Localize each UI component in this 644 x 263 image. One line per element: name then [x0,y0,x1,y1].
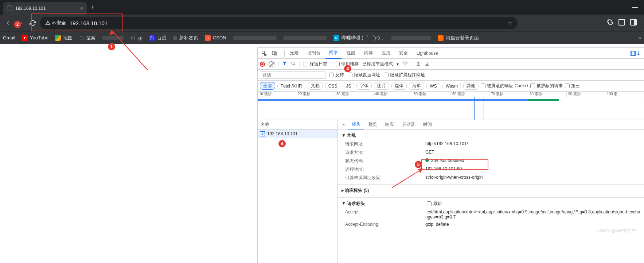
devtools-tab-network[interactable]: 网络 [325,48,341,59]
section-general[interactable]: ▼ 常规 [338,131,644,140]
detail-tab-headers[interactable]: 标头 [348,120,364,129]
type-manifest[interactable]: 清单 [409,82,424,90]
filter-input[interactable] [260,71,325,79]
window-controls: — [632,4,644,11]
bookmark-baidu[interactable]: 百百度 [149,35,167,41]
annotation-badge-1: 1 [108,43,115,50]
filter-toggle-icon[interactable] [282,61,287,67]
bookmark-zp-folder[interactable]: 🗀zp [130,35,143,40]
throttling-arrow-icon[interactable]: ▾ [397,62,399,67]
bookmark-youtube[interactable]: ▶YouTube [22,35,48,41]
third-party-checkbox[interactable]: 第三 [565,83,580,89]
type-ws[interactable]: WS [426,83,440,89]
globe-icon: ◎ [173,35,177,40]
search-icon[interactable] [291,61,296,67]
security-label: 不安全 [52,20,66,26]
type-other[interactable]: 其他 [463,82,479,90]
section-request-headers[interactable]: ▼ 请求标头 原始 [338,197,644,208]
request-name: 192.168.10.101 [267,131,297,136]
profile-icon[interactable] [618,19,625,26]
bookmark-csdn[interactable]: CCSDN [205,35,226,41]
request-row[interactable]: ≡ 192.168.10.101 [258,129,337,138]
download-har-icon[interactable] [425,61,430,67]
type-img[interactable]: 图片 [374,82,389,90]
upload-har-icon[interactable] [416,61,421,67]
wifi-icon[interactable] [402,61,408,67]
bookmark-hidden-4[interactable] [391,36,431,40]
browser-tab[interactable]: 192.168.10.101 × [3,2,87,15]
raw-checkbox[interactable]: 原始 [427,201,442,207]
devtools-tab-application[interactable]: 应用 [378,48,394,59]
devtools-issues-badge[interactable]: ▇1 [631,51,642,56]
back-button[interactable] [3,18,13,28]
bookmark-search-folder[interactable]: 🗀搜索 [79,35,95,41]
inspect-element-icon[interactable] [260,49,269,58]
detail-tab-preview[interactable]: 预览 [365,120,381,129]
browser-tab-strip: 192.168.10.101 × + — [0,0,644,15]
bookmark-maps[interactable]: 地图 [55,35,73,41]
request-detail: × 标头 预览 响应 启动器 时间 ▼ 常规 请求网址:http://192.1… [338,120,644,263]
bookmark-newtab[interactable]: ◎新标签页 [173,35,198,41]
new-tab-button[interactable]: + [90,4,94,11]
bookmark-star-icon[interactable]: ☆ [508,20,512,26]
devtools-tab-elements[interactable]: 元素 [286,48,302,59]
bookmark-hidden-2[interactable] [233,36,277,40]
bookmark-bilibili[interactable]: tv哔哩哔哩 (゜-゜)つ... [333,35,385,41]
devtools-panel: 元素 控制台 网络 性能 内存 应用 安全 Lighthouse ▇1 保留日志… [257,47,644,263]
column-header-name[interactable]: 名称 [258,120,337,129]
side-panel-icon[interactable] [630,19,637,26]
hide-extension-urls-checkbox[interactable]: 隐藏扩展程序网址 [384,72,425,78]
type-media[interactable]: 媒体 [391,82,407,90]
record-button[interactable] [260,62,265,67]
detail-tab-response[interactable]: 响应 [382,120,398,129]
bookmark-aliyun[interactable]: 〔〕阿里云登录页面 [438,35,479,41]
device-toggle-icon[interactable] [270,49,279,58]
invert-checkbox[interactable]: 反转 [329,72,344,78]
devtools-tab-lighthouse[interactable]: Lighthouse [413,48,442,59]
type-all[interactable]: 全部 [260,82,275,90]
throttling-dropdown[interactable]: 已停用节流模式 [362,61,393,67]
security-warning[interactable]: 不安全 [45,20,66,26]
address-bar[interactable]: 不安全 192.168.10.101 ☆ [40,17,518,29]
type-css[interactable]: CSS [325,83,341,89]
extensions-icon[interactable] [607,19,613,27]
type-js[interactable]: JS [343,83,354,89]
youtube-icon: ▶ [22,35,28,41]
close-tab-icon[interactable]: × [80,5,83,11]
close-detail-icon[interactable]: × [340,122,347,127]
watermark: CSDN @AH努力中 [596,227,637,234]
forward-button[interactable]: → [15,18,26,28]
type-wasm[interactable]: Wasm [442,83,461,89]
network-timeline[interactable]: 10 毫秒 20 毫秒 30 毫秒 40 毫秒 50 毫秒 60 毫秒 70 毫… [258,92,644,120]
minimize-icon[interactable]: — [632,4,638,11]
reload-button[interactable] [28,18,38,28]
svg-rect-2 [262,51,265,54]
bookmark-hidden-1[interactable] [102,36,124,40]
aliyun-icon: 〔〕 [438,35,444,41]
disable-cache-checkbox[interactable]: 停用缓存 [335,61,359,67]
detail-tab-timing[interactable]: 时间 [419,120,436,129]
devtools-tab-security[interactable]: 安全 [395,48,411,59]
blocked-requests-checkbox[interactable]: 被屏蔽的请求 [530,83,563,89]
section-response-headers[interactable]: ▸ 响应标头 (5) [338,184,644,195]
preserve-log-checkbox[interactable]: 保留日志 [304,61,327,67]
devtools-tab-console[interactable]: 控制台 [304,48,324,59]
type-fetch[interactable]: Fetch/XHR [277,83,305,89]
type-font[interactable]: 字体 [356,82,372,90]
detail-tab-initiator[interactable]: 启动器 [398,120,419,129]
network-type-filters: 全部 Fetch/XHR 文档 CSS JS 字体 图片 媒体 清单 WS Wa… [258,81,644,92]
blocked-cookies-checkbox[interactable]: 被屏蔽的响应 Cookie [481,83,528,89]
hide-data-urls-checkbox[interactable]: 隐藏数据网址 [348,72,380,78]
type-doc[interactable]: 文档 [308,82,323,90]
status-dot-icon [425,158,429,162]
bookmarks-overflow-icon[interactable]: » [639,35,641,40]
baidu-icon: 百 [149,35,155,41]
headers-pane: ▼ 常规 请求网址:http://192.168.10.101/ 请求方法:GE… [338,129,644,263]
clear-button[interactable] [269,61,274,67]
bookmark-gmail[interactable]: Gmail [3,35,15,40]
devtools-tab-performance[interactable]: 性能 [343,48,359,59]
bookmark-hidden-3[interactable] [283,36,327,40]
globe-icon [7,5,12,11]
svg-point-5 [292,62,294,64]
devtools-tab-memory[interactable]: 内存 [360,48,376,59]
